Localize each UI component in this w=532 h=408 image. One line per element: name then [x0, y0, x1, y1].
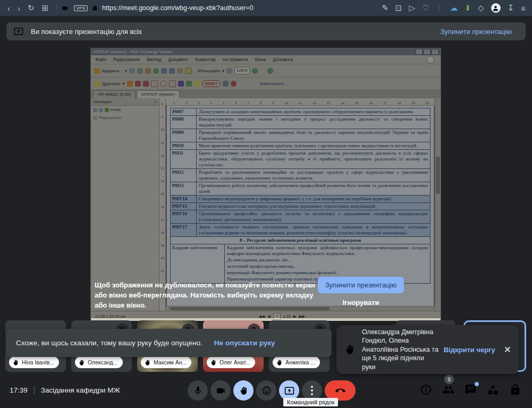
extensions-icon[interactable]: ◇: [478, 3, 484, 13]
reactions-button[interactable]: [256, 380, 276, 401]
close-icon[interactable]: ✕: [504, 344, 511, 355]
downloads-icon[interactable]: ↧: [508, 3, 514, 13]
hand-lowered-toast: Схоже, ви щось сказали, тому вашу руку б…: [6, 329, 332, 357]
hand-raised-icon: [12, 359, 19, 366]
activities-button[interactable]: [487, 384, 500, 397]
raise-hand-button[interactable]: [233, 380, 254, 401]
participant-name-pill: Анжеліка ...: [273, 356, 320, 368]
favorite-icon[interactable]: ♡: [422, 3, 429, 13]
browser-menu-icon[interactable]: ≡: [521, 4, 526, 13]
mirror-warning-text: Щоб зображення не дублювалося, не показу…: [95, 280, 315, 310]
participants-button[interactable]: 9: [442, 384, 455, 397]
chat-notification-dot: [475, 382, 479, 386]
share-icon[interactable]: ▷: [409, 3, 415, 13]
update-arrow-icon[interactable]: ⬇: [465, 4, 471, 12]
banner-stop-presenting-link[interactable]: Зупинити презентацію: [441, 28, 526, 36]
participant-name: Олександ...: [88, 359, 118, 366]
hand-raised-icon: [344, 344, 356, 355]
participants-count-badge: 9: [444, 375, 454, 384]
ssl-lock-icon[interactable]: [92, 5, 98, 11]
hand-raised-icon: [210, 359, 217, 366]
meeting-details-button[interactable]: [420, 384, 433, 397]
keep-hand-raised-button[interactable]: Не опускати руку: [214, 339, 275, 347]
back-icon[interactable]: ‹: [7, 4, 10, 13]
cloud-sync-icon[interactable]: ☁: [450, 3, 458, 13]
screenshot-icon[interactable]: ⊡: [395, 3, 402, 13]
participant-name-pill: Олег Анат...: [207, 356, 255, 368]
hand-raised-icon: [276, 359, 283, 366]
present-to-all-icon: [14, 27, 23, 36]
vpn-badge[interactable]: VPN: [74, 5, 88, 11]
participant-name: Максим Ан...: [154, 359, 187, 366]
edit-page-icon[interactable]: ✎: [382, 3, 389, 13]
ignore-button[interactable]: Ігнорувати: [318, 299, 404, 307]
mic-button[interactable]: [188, 380, 208, 401]
participant-name-pill: Максим Ан...: [141, 356, 191, 368]
raised-hands-panel: Олександра Дмитрівна Гондюл, Олена Анато…: [336, 325, 519, 374]
toast-text: Схоже, ви щось сказали, тому вашу руку б…: [16, 339, 202, 347]
presenting-banner-text: Ви показуєте презентацію для всіх: [31, 28, 142, 36]
warning-line: або інше вікно.: [95, 300, 315, 310]
warning-line: або вікно веб-переглядача. Натомість виб…: [95, 290, 315, 300]
reload-icon[interactable]: ↻: [28, 3, 35, 13]
tooltip: Командний рядок: [283, 398, 338, 406]
meeting-info: 17:39 Засідання кафедри МЖ: [10, 386, 120, 394]
participant-name: Ніна Іванів...: [22, 359, 54, 366]
profile-avatar[interactable]: [491, 3, 501, 13]
clock: 17:39: [10, 386, 28, 394]
participant-name: Олег Анат...: [219, 359, 250, 366]
browser-toolbar: ‹ › ↻ ⊞ VPN https://meet.google.com/wbg-…: [0, 0, 532, 16]
participant-name: Анжеліка ...: [285, 359, 315, 366]
meeting-name: Засідання кафедри МЖ: [41, 386, 120, 394]
raised-hands-text: Олександра Дмитрівна Гондюл, Олена Анато…: [362, 328, 440, 372]
camera-button[interactable]: [210, 380, 231, 401]
tabs-grid-icon[interactable]: ⊞: [42, 3, 49, 13]
chat-button[interactable]: [465, 384, 478, 397]
presenting-banner: Ви показуєте презентацію для всіх Зупини…: [6, 22, 526, 40]
open-queue-button[interactable]: Відкрити чергу: [444, 346, 495, 354]
url-bar[interactable]: https://meet.google.com/wbg-veup-xbk?aut…: [102, 4, 254, 12]
divider: [439, 3, 440, 13]
forward-icon[interactable]: ›: [18, 4, 20, 13]
participant-name-pill: Олександ...: [75, 356, 123, 368]
divider: [34, 386, 35, 394]
stop-presenting-button[interactable]: Зупинити презентацію: [318, 277, 404, 293]
divider: [57, 3, 57, 13]
host-controls-button[interactable]: [509, 384, 522, 397]
tab-camera-icon[interactable]: [61, 5, 70, 12]
warning-line: Щоб зображення не дублювалося, не показу…: [95, 280, 315, 290]
participant-name-pill: Ніна Іванів...: [9, 356, 59, 368]
meeting-panels-bar: 9: [420, 384, 522, 397]
hand-raised-icon: [144, 359, 151, 366]
hand-raised-icon: [78, 359, 85, 366]
